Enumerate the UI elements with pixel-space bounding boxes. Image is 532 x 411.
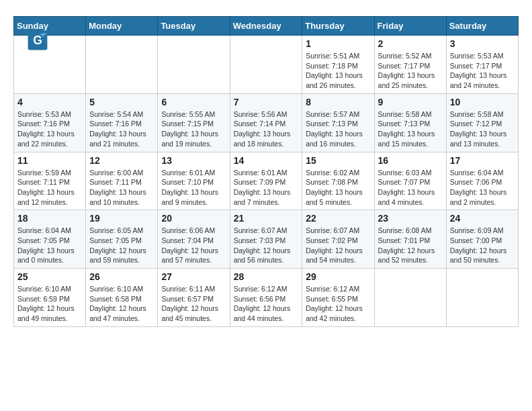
day-info: Sunrise: 6:07 AMSunset: 7:03 PMDaylight:… [234, 226, 299, 265]
day-info: Sunrise: 6:12 AMSunset: 6:56 PMDaylight:… [234, 284, 299, 324]
calendar-cell: 5Sunrise: 5:54 AMSunset: 7:16 PMDaylight… [86, 93, 158, 152]
weekday-header-friday: Friday [374, 17, 446, 36]
day-number: 27 [161, 271, 226, 282]
logo-icon: G [27, 30, 48, 51]
calendar-cell: 29Sunrise: 6:12 AMSunset: 6:55 PMDayligh… [302, 269, 374, 327]
day-number: 25 [17, 271, 82, 282]
calendar-cell [86, 36, 158, 94]
day-info: Sunrise: 5:56 AMSunset: 7:14 PMDaylight:… [234, 109, 299, 149]
calendar-cell: 14Sunrise: 6:01 AMSunset: 7:09 PMDayligh… [230, 152, 302, 210]
calendar-cell: 21Sunrise: 6:07 AMSunset: 7:03 PMDayligh… [230, 210, 302, 269]
day-number: 18 [17, 213, 82, 224]
calendar-cell [230, 36, 302, 94]
day-info: Sunrise: 6:02 AMSunset: 7:08 PMDaylight:… [306, 168, 370, 208]
day-info: Sunrise: 5:52 AMSunset: 7:17 PMDaylight:… [378, 51, 443, 91]
calendar-table: SundayMondayTuesdayWednesdayThursdayFrid… [13, 16, 519, 327]
calendar-cell: 13Sunrise: 6:01 AMSunset: 7:10 PMDayligh… [158, 152, 230, 210]
day-number: 5 [89, 97, 154, 107]
weekday-header-tuesday: Tuesday [158, 17, 230, 36]
day-number: 23 [378, 213, 443, 224]
calendar-cell: 3Sunrise: 5:53 AMSunset: 7:17 PMDaylight… [446, 36, 518, 94]
calendar-cell: 25Sunrise: 6:10 AMSunset: 6:59 PMDayligh… [14, 269, 86, 327]
day-number: 10 [450, 97, 515, 107]
day-info: Sunrise: 6:00 AMSunset: 7:11 PMDaylight:… [89, 168, 154, 208]
weekday-header-thursday: Thursday [302, 17, 374, 36]
logo: G [27, 30, 52, 51]
weekday-header-saturday: Saturday [446, 17, 518, 36]
calendar-cell: 22Sunrise: 6:07 AMSunset: 7:02 PMDayligh… [302, 210, 374, 269]
calendar-cell: 27Sunrise: 6:11 AMSunset: 6:57 PMDayligh… [158, 269, 230, 327]
weekday-header-wednesday: Wednesday [230, 17, 302, 36]
day-info: Sunrise: 5:54 AMSunset: 7:16 PMDaylight:… [89, 109, 154, 149]
calendar-cell: 2Sunrise: 5:52 AMSunset: 7:17 PMDaylight… [374, 36, 446, 94]
day-info: Sunrise: 6:07 AMSunset: 7:02 PMDaylight:… [306, 226, 370, 265]
day-number: 21 [234, 213, 299, 224]
day-info: Sunrise: 6:05 AMSunset: 7:05 PMDaylight:… [89, 226, 154, 265]
day-number: 6 [161, 97, 226, 107]
day-info: Sunrise: 6:03 AMSunset: 7:07 PMDaylight:… [378, 168, 443, 208]
calendar-cell: 23Sunrise: 6:08 AMSunset: 7:01 PMDayligh… [374, 210, 446, 269]
day-number: 2 [378, 38, 443, 49]
day-number: 9 [378, 97, 443, 107]
day-number: 14 [234, 155, 299, 166]
day-number: 29 [306, 271, 370, 282]
calendar-cell [446, 269, 518, 327]
calendar-cell: 19Sunrise: 6:05 AMSunset: 7:05 PMDayligh… [86, 210, 158, 269]
calendar-cell: 20Sunrise: 6:06 AMSunset: 7:04 PMDayligh… [158, 210, 230, 269]
day-number: 12 [89, 155, 154, 166]
day-number: 16 [378, 155, 443, 166]
calendar-cell: 11Sunrise: 5:59 AMSunset: 7:11 PMDayligh… [14, 152, 86, 210]
day-number: 28 [234, 271, 299, 282]
day-number: 7 [234, 97, 299, 107]
calendar-cell: 26Sunrise: 6:10 AMSunset: 6:58 PMDayligh… [86, 269, 158, 327]
day-number: 4 [17, 97, 82, 107]
calendar-cell: 17Sunrise: 6:04 AMSunset: 7:06 PMDayligh… [446, 152, 518, 210]
day-number: 1 [306, 38, 370, 49]
calendar-cell: 4Sunrise: 5:53 AMSunset: 7:16 PMDaylight… [14, 93, 86, 152]
day-info: Sunrise: 6:04 AMSunset: 7:05 PMDaylight:… [17, 226, 82, 265]
day-info: Sunrise: 5:59 AMSunset: 7:11 PMDaylight:… [17, 168, 82, 208]
calendar-cell: 6Sunrise: 5:55 AMSunset: 7:15 PMDaylight… [158, 93, 230, 152]
day-number: 15 [306, 155, 370, 166]
day-info: Sunrise: 5:55 AMSunset: 7:15 PMDaylight:… [161, 109, 226, 149]
calendar-cell: 28Sunrise: 6:12 AMSunset: 6:56 PMDayligh… [230, 269, 302, 327]
day-number: 3 [450, 38, 515, 49]
day-number: 22 [306, 213, 370, 224]
calendar-cell: 10Sunrise: 5:58 AMSunset: 7:12 PMDayligh… [446, 93, 518, 152]
calendar-cell [374, 269, 446, 327]
day-info: Sunrise: 6:09 AMSunset: 7:00 PMDaylight:… [450, 226, 515, 265]
svg-text:G: G [33, 34, 42, 47]
weekday-header-monday: Monday [86, 17, 158, 36]
calendar-cell: 12Sunrise: 6:00 AMSunset: 7:11 PMDayligh… [86, 152, 158, 210]
day-info: Sunrise: 6:10 AMSunset: 6:58 PMDaylight:… [89, 284, 154, 324]
calendar-cell: 1Sunrise: 5:51 AMSunset: 7:18 PMDaylight… [302, 36, 374, 94]
day-number: 11 [17, 155, 82, 166]
calendar-cell: 16Sunrise: 6:03 AMSunset: 7:07 PMDayligh… [374, 152, 446, 210]
day-info: Sunrise: 5:57 AMSunset: 7:13 PMDaylight:… [306, 109, 370, 149]
day-info: Sunrise: 5:53 AMSunset: 7:17 PMDaylight:… [450, 51, 515, 91]
day-number: 17 [450, 155, 515, 166]
day-info: Sunrise: 6:08 AMSunset: 7:01 PMDaylight:… [378, 226, 443, 265]
day-number: 24 [450, 213, 515, 224]
day-info: Sunrise: 5:58 AMSunset: 7:12 PMDaylight:… [450, 109, 515, 149]
day-info: Sunrise: 5:58 AMSunset: 7:13 PMDaylight:… [378, 109, 443, 149]
day-info: Sunrise: 6:01 AMSunset: 7:10 PMDaylight:… [161, 168, 226, 208]
calendar-cell: 9Sunrise: 5:58 AMSunset: 7:13 PMDaylight… [374, 93, 446, 152]
calendar-cell: 24Sunrise: 6:09 AMSunset: 7:00 PMDayligh… [446, 210, 518, 269]
day-number: 13 [161, 155, 226, 166]
day-info: Sunrise: 6:01 AMSunset: 7:09 PMDaylight:… [234, 168, 299, 208]
day-info: Sunrise: 6:06 AMSunset: 7:04 PMDaylight:… [161, 226, 226, 265]
day-info: Sunrise: 5:51 AMSunset: 7:18 PMDaylight:… [306, 51, 370, 91]
day-info: Sunrise: 6:10 AMSunset: 6:59 PMDaylight:… [17, 284, 82, 324]
calendar-cell: 7Sunrise: 5:56 AMSunset: 7:14 PMDaylight… [230, 93, 302, 152]
day-info: Sunrise: 6:12 AMSunset: 6:55 PMDaylight:… [306, 284, 370, 324]
day-info: Sunrise: 6:04 AMSunset: 7:06 PMDaylight:… [450, 168, 515, 208]
day-number: 26 [89, 271, 154, 282]
day-info: Sunrise: 5:53 AMSunset: 7:16 PMDaylight:… [17, 109, 82, 149]
calendar-header-row: SundayMondayTuesdayWednesdayThursdayFrid… [14, 17, 519, 36]
calendar-cell: 15Sunrise: 6:02 AMSunset: 7:08 PMDayligh… [302, 152, 374, 210]
day-number: 8 [306, 97, 370, 107]
day-number: 19 [89, 213, 154, 224]
day-info: Sunrise: 6:11 AMSunset: 6:57 PMDaylight:… [161, 284, 226, 324]
calendar-cell: 18Sunrise: 6:04 AMSunset: 7:05 PMDayligh… [14, 210, 86, 269]
